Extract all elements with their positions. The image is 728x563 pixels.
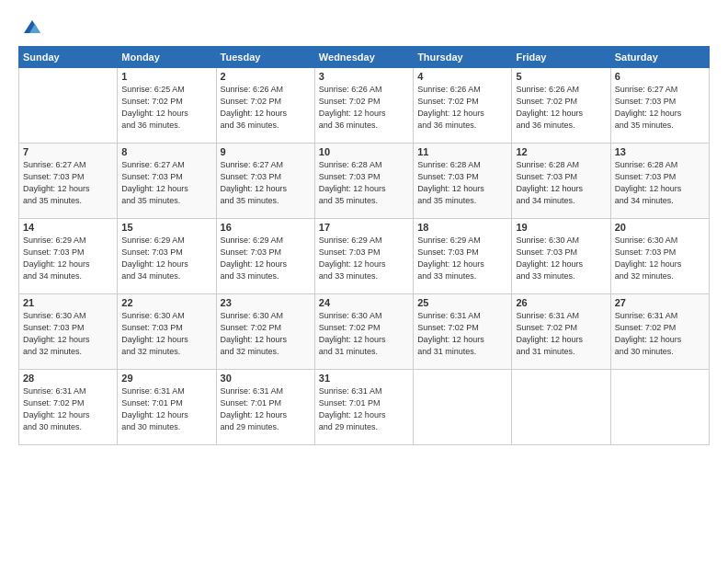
day-info: Sunrise: 6:30 AM Sunset: 7:03 PM Dayligh… (23, 310, 113, 358)
day-cell: 14Sunrise: 6:29 AM Sunset: 7:03 PM Dayli… (19, 219, 118, 294)
day-number: 10 (319, 146, 409, 157)
day-cell: 27Sunrise: 6:31 AM Sunset: 7:02 PM Dayli… (610, 294, 709, 370)
day-info: Sunrise: 6:29 AM Sunset: 7:03 PM Dayligh… (417, 235, 507, 282)
day-info: Sunrise: 6:26 AM Sunset: 7:02 PM Dayligh… (516, 84, 606, 132)
week-row-3: 14Sunrise: 6:29 AM Sunset: 7:03 PM Dayli… (19, 219, 710, 294)
day-info: Sunrise: 6:26 AM Sunset: 7:02 PM Dayligh… (417, 84, 507, 132)
day-number: 27 (615, 297, 705, 308)
day-info: Sunrise: 6:31 AM Sunset: 7:02 PM Dayligh… (23, 385, 113, 433)
day-cell: 11Sunrise: 6:28 AM Sunset: 7:03 PM Dayli… (414, 144, 512, 219)
day-number: 23 (221, 297, 311, 308)
header-monday: Monday (118, 47, 216, 68)
day-cell: 2Sunrise: 6:26 AM Sunset: 7:02 PM Daylig… (216, 68, 314, 144)
day-cell: 20Sunrise: 6:30 AM Sunset: 7:03 PM Dayli… (610, 219, 709, 294)
day-cell: 3Sunrise: 6:26 AM Sunset: 7:02 PM Daylig… (314, 68, 413, 144)
day-cell: 25Sunrise: 6:31 AM Sunset: 7:02 PM Dayli… (414, 294, 512, 370)
day-cell: 1Sunrise: 6:25 AM Sunset: 7:02 PM Daylig… (118, 68, 216, 144)
day-cell: 17Sunrise: 6:29 AM Sunset: 7:03 PM Dayli… (314, 219, 413, 294)
day-number: 15 (121, 222, 211, 233)
day-number: 11 (417, 146, 507, 157)
day-number: 19 (516, 222, 606, 233)
week-row-4: 21Sunrise: 6:30 AM Sunset: 7:03 PM Dayli… (19, 294, 710, 370)
day-number: 9 (221, 146, 311, 157)
day-cell: 7Sunrise: 6:27 AM Sunset: 7:03 PM Daylig… (19, 144, 118, 219)
day-info: Sunrise: 6:25 AM Sunset: 7:02 PM Dayligh… (121, 84, 211, 132)
day-info: Sunrise: 6:27 AM Sunset: 7:03 PM Dayligh… (615, 84, 705, 132)
day-cell: 8Sunrise: 6:27 AM Sunset: 7:03 PM Daylig… (118, 144, 216, 219)
day-info: Sunrise: 6:28 AM Sunset: 7:03 PM Dayligh… (516, 159, 606, 207)
day-cell: 22Sunrise: 6:30 AM Sunset: 7:03 PM Dayli… (118, 294, 216, 370)
day-number: 30 (221, 373, 311, 384)
header-sunday: Sunday (19, 47, 118, 68)
day-info: Sunrise: 6:31 AM Sunset: 7:01 PM Dayligh… (319, 385, 409, 433)
day-cell: 19Sunrise: 6:30 AM Sunset: 7:03 PM Dayli… (512, 219, 610, 294)
day-number: 18 (417, 222, 507, 233)
day-number: 14 (23, 222, 113, 233)
week-row-5: 28Sunrise: 6:31 AM Sunset: 7:02 PM Dayli… (19, 370, 710, 445)
day-number: 4 (417, 71, 507, 82)
header-tuesday: Tuesday (216, 47, 314, 68)
day-cell: 31Sunrise: 6:31 AM Sunset: 7:01 PM Dayli… (314, 370, 413, 445)
day-number: 13 (615, 146, 705, 157)
day-info: Sunrise: 6:31 AM Sunset: 7:01 PM Dayligh… (121, 385, 211, 433)
day-cell: 29Sunrise: 6:31 AM Sunset: 7:01 PM Dayli… (118, 370, 216, 445)
day-number: 3 (319, 71, 409, 82)
day-number: 31 (319, 373, 409, 384)
day-cell: 26Sunrise: 6:31 AM Sunset: 7:02 PM Dayli… (512, 294, 610, 370)
header-row: SundayMondayTuesdayWednesdayThursdayFrid… (19, 47, 710, 68)
day-info: Sunrise: 6:30 AM Sunset: 7:03 PM Dayligh… (121, 310, 211, 358)
day-number: 20 (615, 222, 705, 233)
day-cell: 15Sunrise: 6:29 AM Sunset: 7:03 PM Dayli… (118, 219, 216, 294)
day-number: 8 (121, 146, 211, 157)
day-info: Sunrise: 6:27 AM Sunset: 7:03 PM Dayligh… (221, 159, 311, 207)
day-number: 21 (23, 297, 113, 308)
day-cell: 21Sunrise: 6:30 AM Sunset: 7:03 PM Dayli… (19, 294, 118, 370)
day-info: Sunrise: 6:30 AM Sunset: 7:03 PM Dayligh… (516, 235, 606, 282)
week-row-2: 7Sunrise: 6:27 AM Sunset: 7:03 PM Daylig… (19, 144, 710, 219)
day-info: Sunrise: 6:30 AM Sunset: 7:02 PM Dayligh… (221, 310, 311, 358)
day-cell (610, 370, 709, 445)
calendar-table: SundayMondayTuesdayWednesdayThursdayFrid… (18, 46, 710, 445)
day-info: Sunrise: 6:28 AM Sunset: 7:03 PM Dayligh… (319, 159, 409, 207)
day-cell (512, 370, 610, 445)
day-info: Sunrise: 6:27 AM Sunset: 7:03 PM Dayligh… (23, 159, 113, 207)
day-info: Sunrise: 6:28 AM Sunset: 7:03 PM Dayligh… (417, 159, 507, 207)
day-cell: 9Sunrise: 6:27 AM Sunset: 7:03 PM Daylig… (216, 144, 314, 219)
header-friday: Friday (512, 47, 610, 68)
day-info: Sunrise: 6:27 AM Sunset: 7:03 PM Dayligh… (121, 159, 211, 207)
day-cell: 4Sunrise: 6:26 AM Sunset: 7:02 PM Daylig… (414, 68, 512, 144)
day-cell: 5Sunrise: 6:26 AM Sunset: 7:02 PM Daylig… (512, 68, 610, 144)
day-cell: 24Sunrise: 6:30 AM Sunset: 7:02 PM Dayli… (314, 294, 413, 370)
day-info: Sunrise: 6:29 AM Sunset: 7:03 PM Dayligh… (23, 235, 113, 282)
week-row-1: 1Sunrise: 6:25 AM Sunset: 7:02 PM Daylig… (19, 68, 710, 144)
day-number: 29 (121, 373, 211, 384)
day-cell: 6Sunrise: 6:27 AM Sunset: 7:03 PM Daylig… (610, 68, 709, 144)
day-number: 17 (319, 222, 409, 233)
day-number: 28 (23, 373, 113, 384)
day-cell: 13Sunrise: 6:28 AM Sunset: 7:03 PM Dayli… (610, 144, 709, 219)
logo (18, 17, 42, 37)
day-number: 25 (417, 297, 507, 308)
day-info: Sunrise: 6:30 AM Sunset: 7:03 PM Dayligh… (615, 235, 705, 282)
day-info: Sunrise: 6:31 AM Sunset: 7:02 PM Dayligh… (516, 310, 606, 358)
day-info: Sunrise: 6:28 AM Sunset: 7:03 PM Dayligh… (615, 159, 705, 207)
day-info: Sunrise: 6:31 AM Sunset: 7:02 PM Dayligh… (417, 310, 507, 358)
day-number: 22 (121, 297, 211, 308)
day-number: 1 (121, 71, 211, 82)
day-info: Sunrise: 6:31 AM Sunset: 7:01 PM Dayligh… (221, 385, 311, 433)
day-cell (414, 370, 512, 445)
day-cell: 30Sunrise: 6:31 AM Sunset: 7:01 PM Dayli… (216, 370, 314, 445)
day-cell: 12Sunrise: 6:28 AM Sunset: 7:03 PM Dayli… (512, 144, 610, 219)
day-number: 16 (221, 222, 311, 233)
day-info: Sunrise: 6:29 AM Sunset: 7:03 PM Dayligh… (319, 235, 409, 282)
day-cell: 16Sunrise: 6:29 AM Sunset: 7:03 PM Dayli… (216, 219, 314, 294)
day-info: Sunrise: 6:26 AM Sunset: 7:02 PM Dayligh… (319, 84, 409, 132)
day-number: 12 (516, 146, 606, 157)
day-number: 24 (319, 297, 409, 308)
calendar-page: SundayMondayTuesdayWednesdayThursdayFrid… (0, 0, 728, 563)
day-info: Sunrise: 6:31 AM Sunset: 7:02 PM Dayligh… (615, 310, 705, 358)
day-number: 6 (615, 71, 705, 82)
day-number: 2 (221, 71, 311, 82)
header (18, 17, 710, 37)
day-info: Sunrise: 6:30 AM Sunset: 7:02 PM Dayligh… (319, 310, 409, 358)
